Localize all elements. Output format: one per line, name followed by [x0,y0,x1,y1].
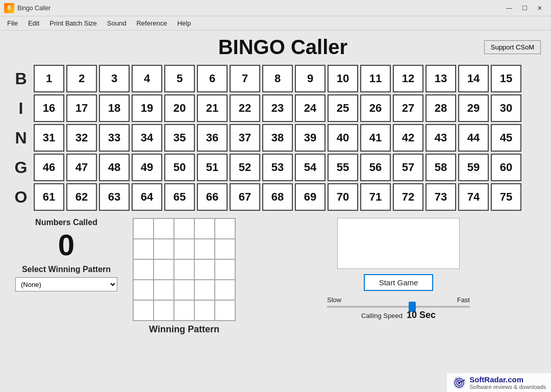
bingo-cell-35[interactable]: 35 [164,124,195,152]
bingo-cell-40[interactable]: 40 [328,124,358,152]
menu-file[interactable]: File [2,17,23,29]
bingo-cell-37[interactable]: 37 [230,124,260,152]
bingo-cell-30[interactable]: 30 [491,94,521,122]
bingo-cell-19[interactable]: 19 [132,94,162,122]
bingo-cell-21[interactable]: 21 [197,94,228,122]
bingo-cell-22[interactable]: 22 [230,94,260,122]
pattern-cell-10[interactable] [133,259,154,280]
menu-help[interactable]: Help [172,17,196,29]
pattern-cell-15[interactable] [133,280,154,300]
bingo-cell-33[interactable]: 33 [99,124,130,152]
bingo-cell-6[interactable]: 6 [197,65,228,92]
bingo-cell-8[interactable]: 8 [262,65,293,92]
bingo-cell-24[interactable]: 24 [295,94,325,122]
bingo-cell-44[interactable]: 44 [458,124,489,152]
bingo-cell-73[interactable]: 73 [425,183,456,211]
bingo-cell-27[interactable]: 27 [393,94,423,122]
bingo-cell-69[interactable]: 69 [295,183,325,211]
bingo-cell-72[interactable]: 72 [393,183,423,211]
bingo-cell-70[interactable]: 70 [328,183,358,211]
pattern-cell-12[interactable] [174,259,194,280]
bingo-cell-48[interactable]: 48 [99,154,130,181]
bingo-cell-51[interactable]: 51 [197,154,228,181]
bingo-cell-56[interactable]: 56 [360,154,391,181]
bingo-cell-7[interactable]: 7 [230,65,260,92]
bingo-cell-31[interactable]: 31 [34,124,64,152]
bingo-cell-54[interactable]: 54 [295,154,325,181]
bingo-cell-5[interactable]: 5 [164,65,195,92]
close-button[interactable]: ✕ [533,3,547,14]
bingo-cell-23[interactable]: 23 [262,94,293,122]
pattern-cell-2[interactable] [174,218,194,239]
bingo-cell-67[interactable]: 67 [230,183,260,211]
bingo-cell-16[interactable]: 16 [34,94,64,122]
support-button[interactable]: Support CSoM [484,40,541,54]
calling-speed-slider[interactable] [327,306,470,308]
bingo-cell-49[interactable]: 49 [132,154,162,181]
pattern-cell-19[interactable] [215,280,235,300]
maximize-button[interactable]: ☐ [517,3,532,14]
pattern-cell-18[interactable] [194,280,215,300]
minimize-button[interactable]: — [502,3,516,14]
bingo-cell-52[interactable]: 52 [230,154,260,181]
pattern-cell-8[interactable] [194,239,215,259]
bingo-cell-55[interactable]: 55 [328,154,358,181]
bingo-cell-34[interactable]: 34 [132,124,162,152]
pattern-cell-11[interactable] [154,259,174,280]
bingo-cell-20[interactable]: 20 [164,94,195,122]
pattern-cell-3[interactable] [194,218,215,239]
bingo-cell-57[interactable]: 57 [393,154,423,181]
bingo-cell-50[interactable]: 50 [164,154,195,181]
bingo-cell-28[interactable]: 28 [425,94,456,122]
bingo-cell-58[interactable]: 58 [425,154,456,181]
bingo-cell-3[interactable]: 3 [99,65,130,92]
pattern-cell-24[interactable] [215,300,235,321]
start-game-button[interactable]: Start Game [364,274,434,291]
bingo-cell-45[interactable]: 45 [491,124,521,152]
menu-print-batch-size[interactable]: Print Batch Size [44,17,102,29]
pattern-cell-0[interactable] [133,218,154,239]
bingo-cell-13[interactable]: 13 [425,65,456,92]
pattern-cell-16[interactable] [154,280,174,300]
bingo-cell-59[interactable]: 59 [458,154,489,181]
pattern-cell-23[interactable] [194,300,215,321]
bingo-cell-1[interactable]: 1 [34,65,64,92]
pattern-cell-20[interactable] [133,300,154,321]
bingo-cell-42[interactable]: 42 [393,124,423,152]
pattern-cell-9[interactable] [215,239,235,259]
bingo-cell-71[interactable]: 71 [360,183,391,211]
bingo-cell-53[interactable]: 53 [262,154,293,181]
bingo-cell-61[interactable]: 61 [34,183,64,211]
bingo-cell-12[interactable]: 12 [393,65,423,92]
menu-edit[interactable]: Edit [23,17,44,29]
pattern-cell-22[interactable] [174,300,194,321]
bingo-cell-62[interactable]: 62 [66,183,97,211]
bingo-cell-32[interactable]: 32 [66,124,97,152]
bingo-cell-14[interactable]: 14 [458,65,489,92]
bingo-cell-18[interactable]: 18 [99,94,130,122]
bingo-cell-41[interactable]: 41 [360,124,391,152]
bingo-cell-9[interactable]: 9 [295,65,325,92]
pattern-cell-13[interactable] [194,259,215,280]
pattern-select[interactable]: (None)Any One LineTwo LinesFull HouseFou… [15,277,117,291]
bingo-cell-60[interactable]: 60 [491,154,521,181]
pattern-cell-1[interactable] [154,218,174,239]
pattern-cell-5[interactable] [133,239,154,259]
pattern-cell-6[interactable] [154,239,174,259]
pattern-cell-14[interactable] [215,259,235,280]
bingo-cell-39[interactable]: 39 [295,124,325,152]
bingo-cell-43[interactable]: 43 [425,124,456,152]
bingo-cell-68[interactable]: 68 [262,183,293,211]
bingo-cell-10[interactable]: 10 [328,65,358,92]
menu-sound[interactable]: Sound [102,17,132,29]
bingo-cell-75[interactable]: 75 [491,183,521,211]
bingo-cell-4[interactable]: 4 [132,65,162,92]
bingo-cell-11[interactable]: 11 [360,65,391,92]
pattern-cell-7[interactable] [174,239,194,259]
bingo-cell-29[interactable]: 29 [458,94,489,122]
pattern-cell-4[interactable] [215,218,235,239]
bingo-cell-65[interactable]: 65 [164,183,195,211]
bingo-cell-26[interactable]: 26 [360,94,391,122]
bingo-cell-64[interactable]: 64 [132,183,162,211]
bingo-cell-17[interactable]: 17 [66,94,97,122]
